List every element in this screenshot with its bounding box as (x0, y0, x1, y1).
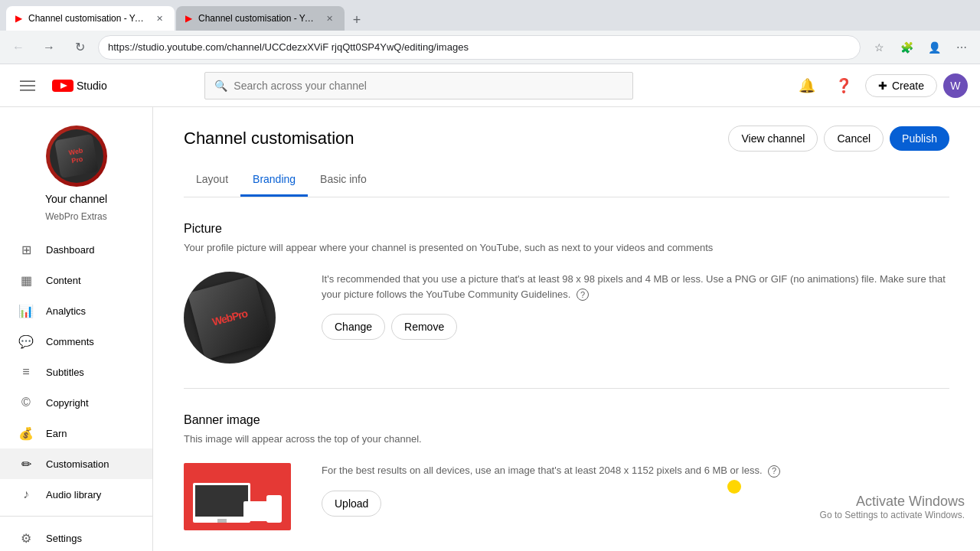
create-icon: ✚ (878, 80, 887, 92)
menu-button[interactable] (12, 70, 43, 101)
tab-layout[interactable]: Layout (184, 164, 240, 197)
main-content: Channel customisation View channel Cance… (153, 64, 980, 551)
toolbar-icons: ☆ 🧩 👤 ⋯ (867, 35, 974, 60)
svg-rect-0 (20, 80, 35, 82)
banner-preview (184, 463, 291, 530)
action-buttons: View channel Cancel Publish (728, 126, 949, 152)
sidebar-label-settings: Settings (46, 533, 82, 544)
subtitles-icon: ≡ (18, 364, 34, 380)
banner-section: Banner image This image will appear acro… (184, 389, 949, 551)
picture-info: It's recommended that you use a picture … (322, 272, 949, 340)
content-icon: ▦ (18, 272, 34, 288)
sidebar-item-copyright[interactable]: © Copyright (0, 387, 152, 418)
notifications-button[interactable]: 🔔 (792, 70, 822, 101)
sidebar-nav: ⊞ Dashboard ▦ Content 📊 Analytics 💬 Comm… (0, 234, 152, 551)
banner-row: For the best results on all devices, use… (184, 463, 949, 530)
page-title: Channel customisation (184, 129, 354, 148)
sidebar-item-settings[interactable]: ⚙ Settings (0, 523, 152, 551)
sidebar-label-comments: Comments (46, 336, 94, 347)
picture-section: Picture Your profile picture will appear… (184, 197, 949, 389)
dashboard-icon: ⊞ (18, 242, 34, 257)
channel-name: Your channel (45, 193, 107, 205)
search-container: 🔍 (204, 72, 633, 99)
sidebar-item-dashboard[interactable]: ⊞ Dashboard (0, 234, 152, 265)
svg-rect-2 (20, 90, 35, 91)
browser-tab-2[interactable]: ▶ Channel customisation - YouTu... ✕ (176, 6, 345, 31)
picture-help-icon[interactable]: ? (577, 289, 589, 301)
sidebar-item-content[interactable]: ▦ Content (0, 265, 152, 295)
comments-icon: 💬 (18, 334, 34, 349)
audio-library-icon: ♪ (18, 487, 34, 502)
tab2-title: Channel customisation - YouTu... (198, 13, 317, 24)
sidebar-label-content: Content (46, 275, 81, 286)
tab1-favicon: ▶ (15, 13, 22, 24)
banner-help-icon[interactable]: ? (768, 465, 780, 478)
sidebar-divider (0, 516, 152, 517)
channel-handle: WebPro Extras (45, 211, 106, 222)
page-header: Channel customisation View channel Cance… (184, 126, 949, 152)
extension-icon[interactable]: 🧩 (894, 35, 919, 60)
picture-desc: Your profile picture will appear where y… (184, 242, 949, 253)
browser-toolbar: ← → ↻ https://studio.youtube.com/channel… (0, 31, 980, 64)
youtube-studio-logo[interactable]: Studio (52, 78, 121, 93)
publish-button[interactable]: Publish (890, 126, 949, 151)
customisation-icon: ✏ (18, 456, 34, 471)
browser-tabs: ▶ Channel customisation - YouTu... ✕ ▶ C… (6, 0, 368, 31)
picture-title: Picture (184, 222, 949, 236)
sidebar-item-audio-library[interactable]: ♪ Audio library (0, 479, 152, 510)
sidebar-bottom: ⚙ Settings ⚑ Send feedback (0, 523, 152, 551)
sidebar-item-earn[interactable]: 💰 Earn (0, 418, 152, 448)
bookmark-icon[interactable]: ☆ (867, 35, 891, 60)
sidebar-label-customisation: Customisation (46, 458, 109, 470)
forward-button[interactable]: → (37, 35, 61, 60)
address-bar[interactable]: https://studio.youtube.com/channel/UCCde… (98, 35, 861, 60)
address-text: https://studio.youtube.com/channel/UCCde… (108, 41, 469, 53)
sidebar-profile: WebPro Your channel WebPro Extras (0, 107, 152, 234)
sidebar-item-customisation[interactable]: ✏ Customisation (0, 448, 152, 479)
sidebar-item-subtitles[interactable]: ≡ Subtitles (0, 357, 152, 387)
svg-text:Studio: Studio (77, 80, 107, 92)
user-avatar[interactable]: W (943, 73, 968, 98)
search-icon: 🔍 (214, 80, 227, 92)
view-channel-button[interactable]: View channel (728, 126, 818, 152)
tab1-title: Channel customisation - YouTu... (28, 13, 147, 24)
picture-buttons: Change Remove (322, 314, 949, 340)
search-input[interactable] (234, 80, 623, 92)
earn-icon: 💰 (18, 425, 34, 441)
picture-change-button[interactable]: Change (322, 314, 385, 340)
search-box[interactable]: 🔍 (204, 72, 633, 99)
tab-branding[interactable]: Branding (240, 164, 308, 197)
topbar-right: 🔔 ❓ ✚ Create W (792, 70, 968, 101)
banner-buttons: Upload (322, 491, 949, 517)
svg-rect-1 (20, 85, 35, 86)
cancel-button[interactable]: Cancel (824, 126, 884, 152)
sidebar-channel-avatar: WebPro (46, 126, 107, 187)
picture-preview: WebPro (184, 272, 291, 364)
sidebar-label-analytics: Analytics (46, 305, 86, 317)
banner-desc: This image will appear across the top of… (184, 433, 949, 445)
topbar: Studio 🔍 🔔 ❓ ✚ Create W (0, 64, 980, 107)
sidebar-label-audio-library: Audio library (46, 489, 101, 500)
more-icon[interactable]: ⋯ (949, 35, 974, 60)
tab2-close[interactable]: ✕ (323, 12, 335, 24)
browser-tab-1[interactable]: ▶ Channel customisation - YouTu... ✕ (6, 6, 175, 31)
create-button[interactable]: ✚ Create (865, 74, 937, 97)
profile-icon[interactable]: 👤 (922, 35, 946, 60)
sidebar-item-comments[interactable]: 💬 Comments (0, 326, 152, 357)
tab-basic-info[interactable]: Basic info (308, 164, 379, 197)
tabs: Layout Branding Basic info (184, 164, 949, 197)
picture-row: WebPro It's recommended that you use a p… (184, 272, 949, 364)
picture-info-text: It's recommended that you use a picture … (322, 272, 949, 302)
sidebar-label-copyright: Copyright (46, 397, 89, 409)
banner-info: For the best results on all devices, use… (322, 463, 949, 517)
sidebar-item-analytics[interactable]: 📊 Analytics (0, 295, 152, 326)
refresh-button[interactable]: ↻ (67, 35, 92, 60)
picture-remove-button[interactable]: Remove (391, 314, 457, 340)
help-button[interactable]: ❓ (828, 70, 859, 101)
banner-upload-button[interactable]: Upload (322, 491, 381, 517)
new-tab-button[interactable]: + (346, 9, 368, 31)
tab1-close[interactable]: ✕ (153, 12, 165, 24)
banner-title: Banner image (184, 413, 949, 427)
back-button[interactable]: ← (6, 35, 31, 60)
settings-icon: ⚙ (18, 530, 34, 546)
